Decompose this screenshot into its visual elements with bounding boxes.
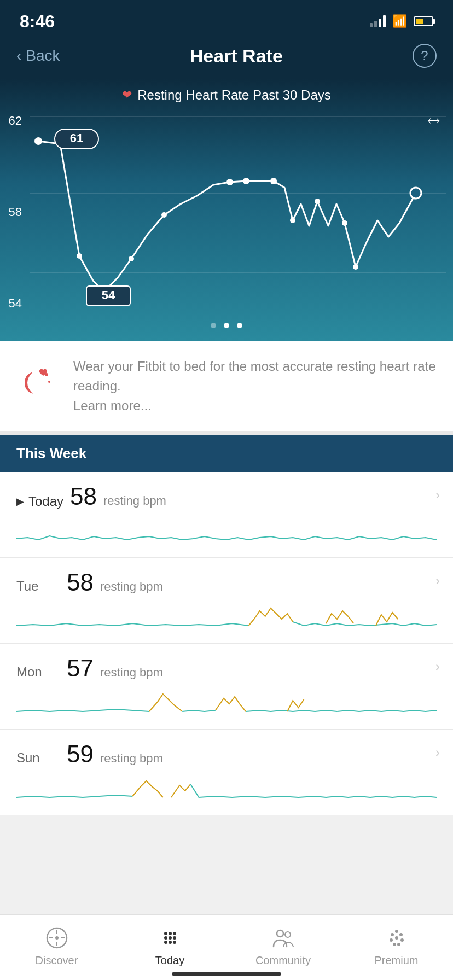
today-label: ▶ Today — [16, 494, 63, 509]
mon-mini-chart — [16, 689, 437, 727]
discover-label: Discover — [36, 954, 78, 967]
chart-line-svg: 61 54 — [0, 108, 453, 311]
battery-icon — [414, 16, 433, 26]
community-label: Community — [255, 954, 311, 967]
svg-point-13 — [342, 220, 347, 226]
svg-point-3 — [34, 137, 42, 145]
svg-point-11 — [290, 218, 295, 223]
nav-premium[interactable]: Premium — [340, 926, 453, 967]
chart-dot-1[interactable] — [211, 323, 216, 328]
chart-dot-2[interactable] — [224, 323, 229, 328]
today-bpm: 58 — [70, 483, 97, 510]
svg-point-23 — [55, 936, 59, 940]
day-row-today[interactable]: ▶ Today 58 resting bpm › — [0, 472, 453, 558]
heart-rate-chart: ❤ Resting Heart Rate Past 30 Days ⤢ 62 5… — [0, 79, 453, 341]
svg-point-12 — [315, 199, 320, 204]
svg-point-36 — [173, 941, 176, 944]
back-label: Back — [26, 47, 60, 65]
tip-text-block: Wear your Fitbit to bed for the most acc… — [73, 357, 437, 416]
svg-text:61: 61 — [70, 131, 83, 145]
tip-section: Wear your Fitbit to bed for the most acc… — [0, 341, 453, 435]
day-row-sun[interactable]: Sun 59 resting bpm › — [0, 730, 453, 815]
svg-point-31 — [164, 936, 167, 940]
mon-bpm: 57 — [67, 655, 94, 682]
help-button[interactable]: ? — [413, 44, 437, 68]
tue-chevron-icon: › — [435, 573, 440, 588]
svg-point-14 — [353, 264, 358, 270]
chart-svg-area: 62 58 54 61 — [0, 108, 453, 316]
today-header: ▶ Today 58 resting bpm — [16, 483, 437, 510]
svg-point-33 — [173, 936, 176, 940]
svg-point-4 — [77, 253, 82, 259]
svg-point-20 — [45, 373, 48, 376]
bottom-nav: Discover Today Community — [0, 914, 453, 980]
nav-today[interactable]: Today — [113, 926, 226, 967]
this-week-title: This Week — [16, 445, 86, 462]
sleep-icon — [16, 361, 60, 411]
chart-dot-3[interactable] — [237, 323, 242, 328]
this-week-header: This Week — [0, 435, 453, 472]
svg-point-8 — [226, 179, 233, 185]
heart-icon: ❤ — [122, 88, 132, 102]
discover-icon — [45, 926, 69, 950]
svg-point-44 — [390, 938, 393, 942]
today-unit: resting bpm — [103, 494, 166, 508]
svg-point-15 — [410, 188, 421, 199]
sun-mini-chart — [16, 774, 437, 813]
svg-point-37 — [277, 930, 283, 937]
tue-bpm: 58 — [67, 569, 94, 596]
back-button[interactable]: ‹ Back — [16, 47, 60, 65]
community-icon — [271, 926, 295, 950]
wifi-icon: 📶 — [392, 14, 407, 28]
status-time: 8:46 — [20, 11, 55, 32]
chart-title: Resting Heart Rate Past 30 Days — [137, 88, 331, 103]
svg-point-42 — [397, 943, 400, 946]
sun-chevron-icon: › — [435, 745, 440, 760]
status-icons: 📶 — [370, 14, 433, 28]
today-icon — [158, 926, 182, 950]
svg-point-7 — [161, 212, 167, 218]
svg-point-39 — [395, 930, 398, 933]
svg-point-28 — [164, 932, 167, 935]
tue-unit: resting bpm — [100, 580, 163, 594]
chart-pagination — [0, 316, 453, 337]
today-label: Today — [155, 954, 184, 967]
home-indicator — [172, 972, 281, 976]
back-chevron-icon: ‹ — [16, 47, 21, 65]
tue-header: Tue 58 resting bpm — [16, 569, 437, 596]
sun-header: Sun 59 resting bpm — [16, 740, 437, 768]
mon-chevron-icon: › — [435, 659, 440, 674]
svg-point-38 — [285, 932, 291, 937]
svg-point-34 — [164, 941, 167, 944]
premium-icon — [385, 926, 409, 950]
today-mini-chart — [16, 517, 437, 555]
nav-discover[interactable]: Discover — [0, 926, 113, 967]
svg-point-41 — [400, 938, 404, 942]
svg-point-21 — [48, 381, 50, 383]
premium-label: Premium — [374, 954, 418, 967]
header: ‹ Back Heart Rate ? — [0, 38, 453, 79]
today-chevron-icon: › — [435, 487, 440, 503]
help-icon: ? — [421, 48, 428, 63]
svg-point-35 — [169, 941, 172, 944]
svg-point-10 — [270, 178, 277, 184]
mon-header: Mon 57 resting bpm — [16, 655, 437, 682]
nav-community[interactable]: Community — [226, 926, 340, 967]
mon-label: Mon — [16, 664, 60, 680]
signal-icon — [370, 15, 386, 27]
svg-point-40 — [399, 933, 403, 936]
svg-point-46 — [395, 936, 398, 940]
sun-unit: resting bpm — [100, 751, 163, 766]
svg-point-30 — [173, 932, 176, 935]
day-row-tue[interactable]: Tue 58 resting bpm › — [0, 558, 453, 644]
today-arrow-icon: ▶ — [16, 495, 24, 508]
svg-text:54: 54 — [102, 288, 115, 302]
mon-unit: resting bpm — [100, 666, 163, 680]
sun-label: Sun — [16, 750, 60, 766]
svg-point-6 — [129, 256, 134, 261]
day-row-mon[interactable]: Mon 57 resting bpm › — [0, 644, 453, 730]
page-title: Heart Rate — [190, 45, 283, 67]
tip-main-text: Wear your Fitbit to bed for the most acc… — [73, 359, 436, 393]
tip-learn-more-link[interactable]: Learn more... — [73, 398, 152, 413]
svg-point-32 — [169, 936, 172, 940]
